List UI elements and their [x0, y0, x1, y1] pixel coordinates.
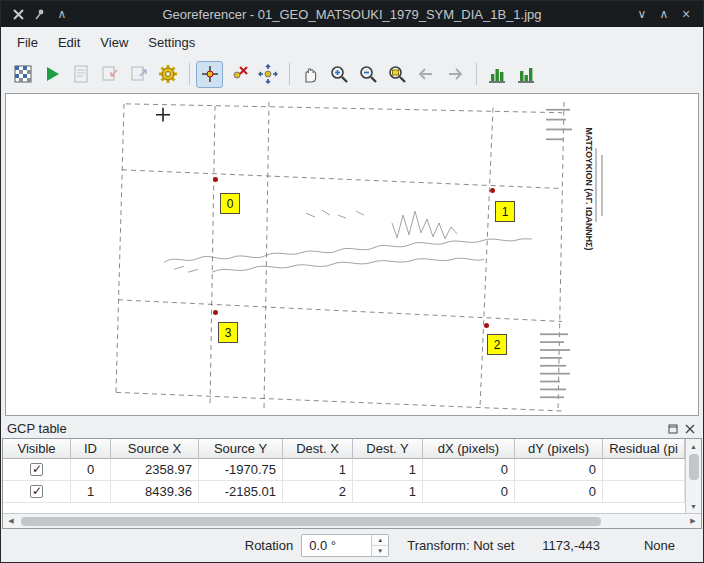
- cell-source-y[interactable]: -1970.75: [199, 459, 283, 481]
- zoom-last-icon: [416, 64, 436, 84]
- gcp-point-icon: [213, 310, 218, 315]
- cell-source-x[interactable]: 8439.36: [111, 481, 199, 503]
- histogram-local-stretch-button[interactable]: [512, 61, 539, 88]
- toolbar-separator: [189, 63, 190, 85]
- move-point-icon: [258, 64, 278, 84]
- zoom-in-icon: [329, 64, 349, 84]
- cell-dest-x[interactable]: 2: [283, 481, 353, 503]
- cell-dy[interactable]: 0: [515, 481, 603, 503]
- zoom-next-icon: [445, 64, 465, 84]
- col-dy[interactable]: dY (pixels): [515, 439, 603, 459]
- canvas-wrap: ΜΑΤΣΟΥΚΙΟΝ (ΑΓ. ΙΩΑΝΝΗΣ): [1, 91, 703, 419]
- gcp-table: Visible ID Source X Source Y Dest. X Des…: [3, 439, 685, 513]
- zoom-out-button[interactable]: [354, 61, 381, 88]
- transformation-settings-button[interactable]: [154, 61, 181, 88]
- start-georeferencing-button[interactable]: [38, 61, 65, 88]
- menu-file[interactable]: File: [7, 30, 48, 55]
- map-marginalia-bottom-right: [540, 334, 570, 397]
- col-residual[interactable]: Residual (pi: [603, 439, 685, 459]
- pan-hand-icon: [300, 64, 320, 84]
- rotation-value[interactable]: 0.0 °: [302, 535, 371, 556]
- gcp-row-0[interactable]: 0 2358.97 -1970.75 1 1 0 0: [3, 459, 685, 481]
- add-point-icon: [200, 64, 220, 84]
- toolbar-separator: [289, 63, 290, 85]
- col-dest-x[interactable]: Dest. X: [283, 439, 353, 459]
- col-visible[interactable]: Visible: [3, 439, 71, 459]
- crosshair-cursor-icon: [156, 108, 170, 122]
- table-vertical-scrollbar[interactable]: [685, 439, 701, 513]
- col-id[interactable]: ID: [71, 439, 111, 459]
- shade-button[interactable]: [51, 3, 73, 25]
- cell-id[interactable]: 1: [71, 481, 111, 503]
- histogram-local-icon: [516, 64, 536, 84]
- open-raster-icon: [13, 64, 33, 84]
- generate-gdal-script-button[interactable]: [67, 61, 94, 88]
- cell-source-y[interactable]: -2185.01: [199, 481, 283, 503]
- cell-dest-x[interactable]: 1: [283, 459, 353, 481]
- col-dest-y[interactable]: Dest. Y: [353, 439, 423, 459]
- maximize-button[interactable]: [653, 3, 675, 25]
- gcp-panel-title: GCP table: [7, 421, 67, 436]
- table-horizontal-scrollbar[interactable]: [3, 513, 701, 528]
- crs-indicator: None: [644, 538, 675, 553]
- visible-checkbox[interactable]: [30, 463, 43, 476]
- move-point-button[interactable]: [254, 61, 281, 88]
- open-raster-button[interactable]: [9, 61, 36, 88]
- float-panel-button[interactable]: [666, 422, 680, 436]
- add-point-button[interactable]: [196, 61, 223, 88]
- histogram-full-stretch-button[interactable]: [483, 61, 510, 88]
- scroll-down-arrow-icon[interactable]: [686, 499, 701, 513]
- rotation-spinbox[interactable]: 0.0 °: [301, 534, 389, 557]
- cell-residual[interactable]: [603, 459, 685, 481]
- rotation-spin-up[interactable]: [372, 535, 388, 545]
- scanned-map-image: ΜΑΤΣΟΥΚΙΟΝ (ΑΓ. ΙΩΑΝΝΗΣ): [6, 94, 698, 415]
- scroll-up-arrow-icon[interactable]: [686, 439, 701, 453]
- cell-dx[interactable]: 0: [423, 481, 515, 503]
- scroll-left-arrow-icon[interactable]: [3, 514, 19, 528]
- menu-view[interactable]: View: [90, 30, 138, 55]
- cell-dest-y[interactable]: 1: [353, 459, 423, 481]
- cell-id[interactable]: 0: [71, 459, 111, 481]
- cell-source-x[interactable]: 2358.97: [111, 459, 199, 481]
- menu-settings[interactable]: Settings: [138, 30, 205, 55]
- menu-edit[interactable]: Edit: [48, 30, 90, 55]
- col-dx[interactable]: dX (pixels): [423, 439, 515, 459]
- load-gcp-icon: [100, 64, 120, 84]
- zoom-next-button[interactable]: [441, 61, 468, 88]
- minimize-button[interactable]: [631, 3, 653, 25]
- histogram-full-icon: [487, 64, 507, 84]
- rotation-spin-down[interactable]: [372, 545, 388, 556]
- delete-point-button[interactable]: [225, 61, 252, 88]
- close-panel-button[interactable]: [683, 422, 697, 436]
- gcp-panel-header: GCP table: [2, 419, 702, 438]
- map-canvas[interactable]: ΜΑΤΣΟΥΚΙΟΝ (ΑΓ. ΙΩΑΝΝΗΣ): [5, 93, 699, 416]
- gcp-row-1[interactable]: 1 8439.36 -2185.01 2 1 0 0: [3, 481, 685, 503]
- cell-dest-y[interactable]: 1: [353, 481, 423, 503]
- zoom-to-layer-button[interactable]: [383, 61, 410, 88]
- cell-dx[interactable]: 0: [423, 459, 515, 481]
- transform-status: Transform: Not set: [407, 538, 514, 553]
- col-source-x[interactable]: Source X: [111, 439, 199, 459]
- vertical-scroll-thumb[interactable]: [689, 454, 699, 480]
- gcp-table-frame: Visible ID Source X Source Y Dest. X Des…: [2, 438, 702, 529]
- gcp-label-0: 0: [220, 193, 240, 214]
- zoom-in-button[interactable]: [325, 61, 352, 88]
- col-source-y[interactable]: Source Y: [199, 439, 283, 459]
- load-gcp-points-button[interactable]: [96, 61, 123, 88]
- cell-residual[interactable]: [603, 481, 685, 503]
- zoom-to-layer-icon: [387, 64, 407, 84]
- visible-checkbox[interactable]: [30, 485, 43, 498]
- gcp-point-icon: [484, 323, 489, 328]
- app-icon[interactable]: [7, 3, 29, 25]
- cursor-coordinates: 1173,-443: [542, 538, 600, 553]
- keep-above-pin-icon[interactable]: [29, 3, 51, 25]
- window-title: Georeferencer - 01_GEO_MATSOUKI_1979_SYM…: [1, 7, 703, 22]
- pan-button[interactable]: [296, 61, 323, 88]
- gcp-label-3: 3: [218, 322, 238, 343]
- close-button[interactable]: [675, 3, 697, 25]
- horizontal-scroll-thumb[interactable]: [21, 517, 601, 526]
- cell-dy[interactable]: 0: [515, 459, 603, 481]
- scroll-right-arrow-icon[interactable]: [685, 514, 701, 528]
- zoom-last-button[interactable]: [412, 61, 439, 88]
- save-gcp-points-button[interactable]: [125, 61, 152, 88]
